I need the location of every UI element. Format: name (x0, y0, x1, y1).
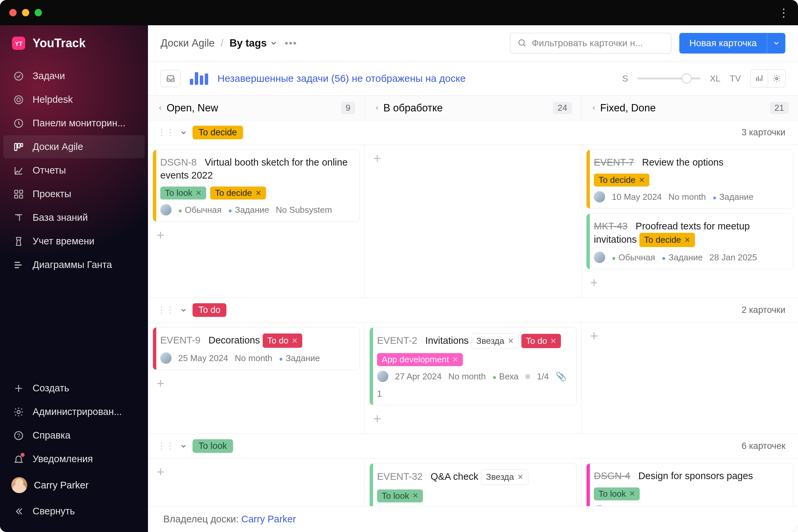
columns-header: Open, New9В обработке24Fixed, Done21 (148, 96, 798, 120)
assignee-avatar[interactable] (377, 371, 388, 382)
card[interactable]: EVENT-7 Review the options To decide ✕10… (586, 150, 793, 209)
toolbar: Незавершенные задачи (56) не отображены … (148, 61, 798, 96)
minimize-window-button[interactable] (22, 9, 29, 16)
search-input[interactable]: Фильтровать карточки н... (510, 33, 671, 54)
sidebar-item[interactable]: Проекты (3, 183, 145, 206)
add-card-button[interactable]: + (153, 463, 360, 481)
remove-tag-icon[interactable]: ✕ (508, 336, 514, 346)
sidebar-item[interactable]: Отчеты (3, 159, 145, 182)
new-card-button[interactable]: Новая карточка (679, 33, 767, 54)
tag[interactable]: To look ✕ (160, 187, 206, 200)
notifications-button[interactable]: Уведомления (3, 448, 145, 471)
chart-view-button[interactable] (750, 70, 768, 87)
collapse-button[interactable]: Свернуть (3, 500, 145, 523)
drag-handle-icon[interactable]: ⋮⋮ (157, 127, 174, 138)
add-card-button[interactable]: + (586, 274, 793, 291)
owner-link[interactable]: Carry Parker (241, 514, 296, 524)
add-card-button[interactable]: + (369, 410, 576, 428)
inbox-button[interactable] (160, 70, 180, 87)
tag[interactable]: App development ✕ (377, 353, 463, 366)
sidebar-item[interactable]: Helpdesk (3, 88, 145, 111)
card-id[interactable]: MKT-43 (594, 221, 628, 231)
tag[interactable]: To decide ✕ (640, 233, 695, 247)
card[interactable]: DSGN-4 Design for sponsors pages To look… (586, 463, 793, 506)
new-card-dropdown[interactable] (767, 33, 785, 54)
tag[interactable]: To do ✕ (521, 334, 561, 348)
sidebar-item[interactable]: Задачи (3, 64, 145, 88)
add-card-button[interactable]: + (586, 327, 793, 345)
zoom-slider[interactable] (638, 77, 701, 79)
assignee-avatar[interactable] (594, 252, 605, 263)
sidebar-item[interactable]: Панели мониторин... (3, 112, 145, 135)
sidebar-item[interactable]: Диаграммы Ганта (3, 253, 145, 276)
help-button[interactable]: ? Справка (3, 424, 145, 447)
chevron-down-icon[interactable] (180, 442, 187, 450)
column-header[interactable]: Fixed, Done21 (582, 96, 798, 120)
assignee-avatar[interactable] (594, 505, 605, 506)
assignee-avatar[interactable] (160, 353, 172, 364)
nav-icon (13, 260, 24, 270)
swimlane-header[interactable]: ⋮⋮To decide3 карточки (148, 120, 798, 145)
chart-toggle[interactable] (190, 72, 208, 85)
swimlane-header[interactable]: ⋮⋮To look6 карточек (148, 434, 798, 458)
remove-tag-icon[interactable]: ✕ (452, 356, 458, 364)
admin-button[interactable]: Администрирован... (3, 400, 145, 423)
close-window-button[interactable] (9, 9, 17, 16)
remove-tag-icon[interactable]: ✕ (550, 336, 556, 346)
card-id[interactable]: EVENT-2 (377, 335, 417, 346)
lane-column: EVENT-2 Invitations Звезда ✕ To do ✕App … (365, 323, 582, 434)
card[interactable]: EVENT-9 Decorations To do ✕25 May 2024No… (153, 327, 360, 370)
sidebar-item[interactable]: База знаний (3, 206, 145, 229)
assignee-avatar[interactable] (594, 191, 605, 203)
assignee-avatar[interactable] (160, 204, 172, 215)
settings-button[interactable] (768, 70, 785, 87)
add-card-button[interactable]: + (153, 226, 360, 244)
breadcrumb-leaf[interactable]: By tags (229, 37, 277, 49)
remove-tag-icon[interactable]: ✕ (291, 336, 298, 346)
sidebar-item[interactable]: Учет времени (3, 230, 145, 253)
card[interactable]: EVENT-2 Invitations Звезда ✕ To do ✕App … (369, 327, 576, 405)
remove-tag-icon[interactable]: ✕ (255, 189, 261, 197)
maximize-window-button[interactable] (35, 9, 42, 16)
remove-tag-icon[interactable]: ✕ (517, 472, 524, 482)
add-card-button[interactable]: + (153, 375, 360, 392)
drag-handle-icon[interactable]: ⋮⋮ (157, 305, 174, 315)
card[interactable]: MKT-43 Proofread texts for meetup invita… (586, 213, 793, 269)
tag[interactable]: To look ✕ (594, 488, 640, 500)
remove-tag-icon[interactable]: ✕ (629, 490, 635, 498)
chevron-down-icon[interactable] (180, 307, 187, 314)
tag[interactable]: To look ✕ (377, 490, 423, 502)
card-id[interactable]: EVENT-32 (377, 471, 423, 482)
card-stripe (370, 463, 373, 506)
more-icon[interactable]: ••• (285, 38, 297, 49)
column-header[interactable]: Open, New9 (148, 96, 365, 120)
chevron-down-icon[interactable] (180, 129, 187, 136)
tag[interactable]: Звезда ✕ (481, 470, 528, 484)
swimlane-header[interactable]: ⋮⋮To do2 карточки (148, 298, 798, 322)
remove-tag-icon[interactable]: ✕ (684, 235, 690, 245)
remove-tag-icon[interactable]: ✕ (195, 189, 202, 197)
card-id[interactable]: DSGN-8 (160, 157, 197, 168)
add-card-button[interactable]: + (369, 150, 576, 167)
card[interactable]: DSGN-8 Virtual booth sketch for the onli… (153, 150, 360, 222)
breadcrumb-root[interactable]: Доски Agile (160, 37, 215, 49)
tag[interactable]: To do ✕ (263, 334, 303, 348)
barchart-icon (755, 74, 763, 83)
slider-thumb[interactable] (682, 74, 691, 83)
card-id[interactable]: EVENT-7 (594, 157, 634, 168)
card-id[interactable]: EVENT-9 (160, 335, 201, 345)
remove-tag-icon[interactable]: ✕ (639, 176, 645, 185)
tag[interactable]: To decide ✕ (594, 174, 649, 187)
drag-handle-icon[interactable]: ⋮⋮ (157, 441, 174, 451)
board: ⋮⋮To decide3 карточкиDSGN-8 Virtual boot… (148, 120, 798, 506)
remove-tag-icon[interactable]: ✕ (412, 491, 418, 500)
sidebar-item[interactable]: Доски Agile (3, 135, 145, 158)
user-profile[interactable]: Carry Parker (3, 471, 145, 499)
create-button[interactable]: Создать (3, 377, 145, 400)
unassigned-message[interactable]: Незавершенные задачи (56) не отображены … (217, 73, 466, 84)
tag[interactable]: Звезда ✕ (472, 334, 519, 348)
column-header[interactable]: В обработке24 (365, 96, 582, 120)
card-id[interactable]: DSGN-4 (594, 471, 630, 481)
tag[interactable]: To decide ✕ (210, 187, 266, 200)
card[interactable]: EVENT-32 Q&A check Звезда ✕To look ✕2 Se… (369, 463, 576, 506)
